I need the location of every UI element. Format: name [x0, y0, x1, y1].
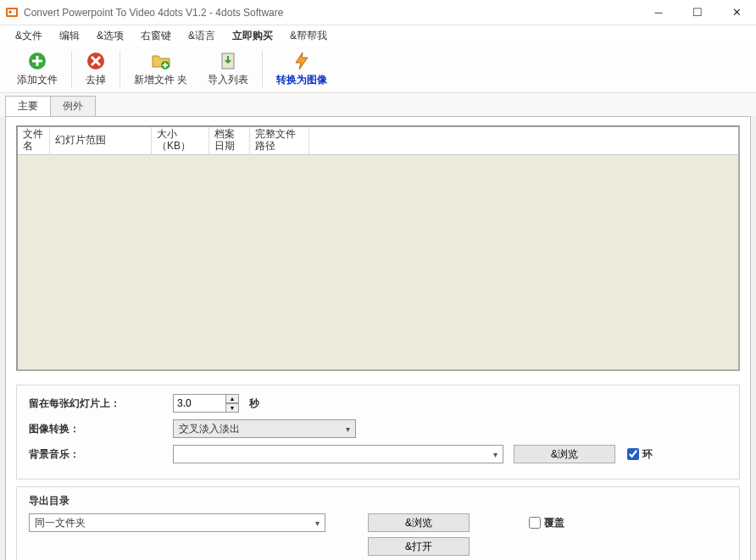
file-table[interactable]: 文件名 幻灯片范围 大小（KB） 档案日期 完整文件路径: [16, 125, 740, 371]
menu-file[interactable]: &文件: [8, 27, 49, 45]
add-file-button[interactable]: 添加文件: [7, 46, 68, 92]
menu-language[interactable]: &语言: [181, 27, 222, 45]
tabs-holder: 主要 例外: [0, 93, 756, 116]
stay-unit: 秒: [249, 396, 259, 411]
svg-rect-1: [8, 9, 16, 15]
menu-help[interactable]: &帮帮我: [283, 27, 334, 45]
remove-label: 去掉: [86, 73, 106, 87]
menubar: &文件 编辑 &选项 右窗键 &语言 立即购买 &帮帮我: [0, 25, 756, 46]
add-file-label: 添加文件: [17, 73, 58, 87]
bg-music-select[interactable]: [173, 445, 503, 463]
add-icon: [27, 51, 47, 71]
stay-label: 留在每张幻灯片上：: [29, 396, 173, 411]
spinner-down-button[interactable]: ▼: [225, 403, 239, 413]
menu-buy-now[interactable]: 立即购买: [225, 27, 280, 45]
toolbar: 添加文件 去掉 新增文件 夹 导入列表 转换为图像: [0, 46, 756, 93]
menu-edit[interactable]: 编辑: [53, 27, 86, 45]
import-list-button[interactable]: 导入列表: [197, 46, 258, 92]
import-list-label: 导入列表: [208, 73, 248, 87]
separator: [120, 51, 120, 87]
overwrite-checkbox[interactable]: [529, 517, 541, 529]
lightning-icon: [292, 51, 312, 71]
col-full-path[interactable]: 完整文件路径: [250, 127, 309, 154]
stay-duration-spinner[interactable]: ▲ ▼: [173, 394, 239, 413]
new-folder-label: 新增文件 夹: [134, 73, 187, 87]
stay-duration-input[interactable]: [173, 394, 225, 413]
new-folder-button[interactable]: 新增文件 夹: [124, 46, 197, 92]
loop-checkbox[interactable]: [627, 448, 639, 460]
file-table-header: 文件名 幻灯片范围 大小（KB） 档案日期 完整文件路径: [18, 127, 738, 155]
app-icon: [5, 6, 19, 19]
minimize-button[interactable]: ─: [639, 0, 678, 25]
col-slide-range[interactable]: 幻灯片范围: [50, 127, 152, 154]
output-open-button[interactable]: &打开: [368, 537, 470, 556]
col-filename[interactable]: 文件名: [18, 127, 50, 154]
tab-exception[interactable]: 例外: [50, 96, 96, 116]
output-group-title: 导出目录: [29, 494, 727, 508]
maximize-button[interactable]: ☐: [678, 0, 717, 25]
separator: [71, 51, 72, 87]
output-group: 导出目录 同一文件夹 &浏览 覆盖 &打开: [16, 486, 740, 560]
window-controls: ─ ☐ ✕: [639, 0, 756, 25]
transition-label: 图像转换：: [29, 422, 173, 436]
col-date[interactable]: 档案日期: [209, 127, 250, 154]
transition-select[interactable]: 交叉淡入淡出: [173, 419, 356, 438]
tabs: 主要 例外: [5, 96, 751, 116]
bg-music-browse-button[interactable]: &浏览: [514, 445, 615, 463]
spinner-up-button[interactable]: ▲: [225, 394, 239, 403]
close-button[interactable]: ✕: [717, 0, 756, 25]
folder-add-icon: [151, 51, 171, 71]
loop-checkbox-wrap[interactable]: 环: [627, 447, 653, 462]
remove-button[interactable]: 去掉: [75, 46, 116, 92]
output-dir-select[interactable]: 同一文件夹: [29, 513, 325, 532]
overwrite-checkbox-wrap[interactable]: 覆盖: [529, 516, 564, 530]
convert-image-label: 转换为图像: [276, 73, 327, 87]
loop-label: 环: [642, 447, 653, 462]
main-panel: 文件名 幻灯片范围 大小（KB） 档案日期 完整文件路径 留在每张幻灯片上： ▲…: [5, 116, 751, 560]
remove-icon: [86, 51, 106, 71]
settings-group: 留在每张幻灯片上： ▲ ▼ 秒 图像转换： 交叉淡入淡出 背景音乐： &浏览 环: [16, 385, 740, 480]
menu-rightkey[interactable]: 右窗键: [134, 27, 178, 45]
menu-options[interactable]: &选项: [90, 27, 131, 45]
import-icon: [218, 51, 238, 71]
bg-music-label: 背景音乐：: [29, 447, 173, 462]
tab-main[interactable]: 主要: [5, 96, 51, 116]
separator: [262, 51, 263, 87]
svg-point-2: [9, 10, 12, 13]
col-size[interactable]: 大小（KB）: [152, 127, 209, 154]
window-title: Convert Powerpoint To Video 4dots V1.2 -…: [24, 7, 639, 19]
titlebar[interactable]: Convert Powerpoint To Video 4dots V1.2 -…: [0, 0, 756, 25]
convert-image-button[interactable]: 转换为图像: [266, 46, 337, 92]
output-browse-button[interactable]: &浏览: [368, 513, 470, 532]
overwrite-label: 覆盖: [544, 516, 564, 530]
